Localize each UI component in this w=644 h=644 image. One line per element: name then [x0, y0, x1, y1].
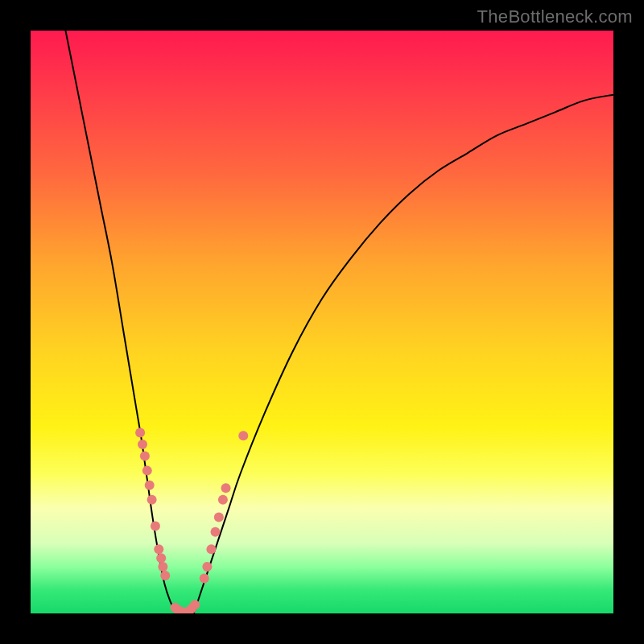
data-point	[238, 431, 248, 440]
data-point	[214, 513, 224, 522]
v-curve	[65, 31, 613, 613]
data-point	[221, 483, 231, 493]
data-point	[206, 544, 216, 554]
data-point	[151, 521, 160, 530]
curve-right-arm	[194, 95, 613, 613]
watermark-text: TheBottleneck.com	[477, 6, 633, 27]
data-point	[135, 428, 145, 438]
data-point	[140, 452, 150, 461]
plot-area	[31, 31, 613, 613]
data-point	[211, 527, 221, 537]
data-point	[200, 574, 209, 584]
data-point	[158, 562, 167, 572]
data-point	[190, 600, 200, 609]
data-point	[218, 495, 228, 505]
data-point	[160, 571, 170, 580]
data-point	[202, 562, 212, 572]
data-point	[142, 466, 152, 476]
data-point	[145, 481, 155, 490]
data-point	[154, 544, 163, 554]
chart-svg	[31, 31, 613, 613]
data-point	[147, 495, 157, 505]
chart-frame: TheBottleneck.com	[0, 0, 644, 644]
data-point	[138, 440, 147, 449]
data-point	[156, 553, 166, 563]
